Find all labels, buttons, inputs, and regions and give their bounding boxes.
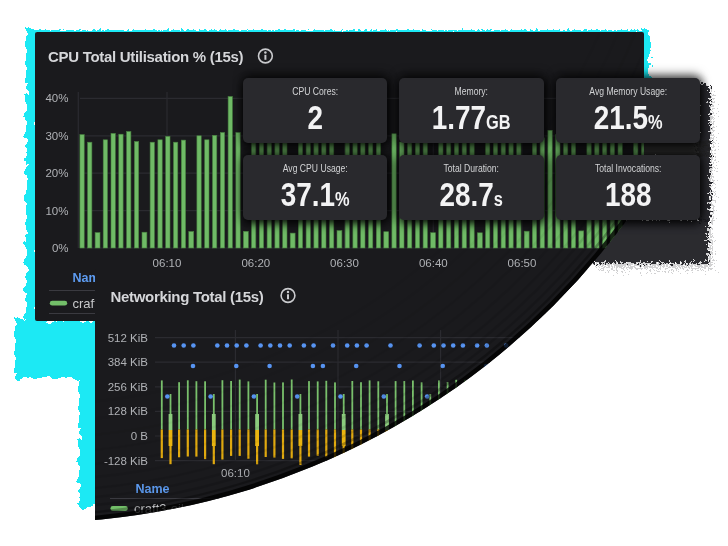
svg-text:06:10: 06:10 [221, 467, 250, 479]
svg-text:512 KiB: 512 KiB [108, 332, 149, 344]
svg-text:10%: 10% [45, 205, 68, 217]
svg-text:20%: 20% [45, 167, 68, 179]
svg-text:CPU Total Utilisation % (15s): CPU Total Utilisation % (15s) [48, 48, 244, 65]
svg-text:06:30: 06:30 [330, 257, 359, 269]
svg-text:Networking Total (15s): Networking Total (15s) [110, 288, 263, 305]
svg-text:0%: 0% [52, 242, 69, 254]
svg-text:30%: 30% [45, 130, 68, 142]
svg-text:Name: Name [136, 482, 170, 496]
svg-text:06:50: 06:50 [508, 257, 537, 269]
svg-text:40%: 40% [45, 92, 68, 104]
svg-text:06:10: 06:10 [153, 257, 182, 269]
svg-text:128 KiB: 128 KiB [108, 405, 149, 417]
svg-text:384 KiB: 384 KiB [108, 356, 149, 368]
svg-text:0 B: 0 B [131, 430, 149, 442]
svg-text:256 KiB: 256 KiB [108, 381, 149, 393]
svg-text:06:20: 06:20 [241, 257, 270, 269]
svg-text:-128 KiB: -128 KiB [104, 455, 148, 467]
svg-text:06:40: 06:40 [419, 257, 448, 269]
